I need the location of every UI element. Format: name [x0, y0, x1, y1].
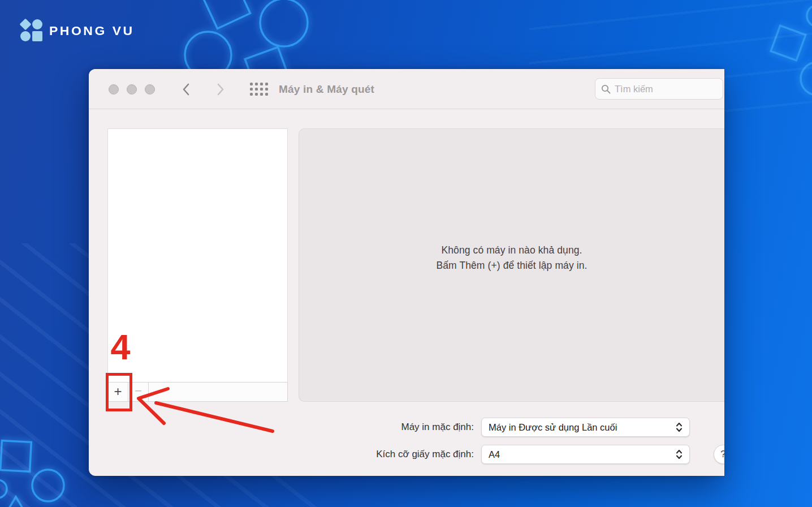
search-icon	[601, 84, 611, 94]
brand-name: PHONG VU	[49, 23, 135, 38]
deco-triangle-icon	[1, 497, 31, 507]
chevron-left-icon	[182, 83, 189, 96]
deco-circle-icon	[807, 5, 812, 27]
deco-circle-icon	[801, 62, 812, 95]
logo-square-shape	[32, 31, 42, 41]
stepper-icon	[676, 422, 683, 432]
close-window-button[interactable]	[109, 84, 119, 94]
deco-circle-icon	[260, 0, 308, 46]
phongvu-logo: PHONG VU	[20, 19, 135, 42]
question-mark-icon: ?	[720, 449, 724, 460]
default-printer-value: Máy in Được sử dụng Lần cuối	[489, 422, 676, 433]
default-printer-label: Máy in mặc định:	[89, 422, 474, 433]
paper-size-dropdown[interactable]: A4	[481, 445, 690, 464]
zoom-window-button[interactable]	[145, 84, 155, 94]
no-printer-message: Không có máy in nào khả dụng. Bấm Thêm (…	[436, 243, 587, 273]
stepper-icon	[676, 449, 683, 459]
printer-list[interactable]	[107, 128, 288, 382]
logo-diamond-shape	[20, 19, 32, 31]
no-printer-message-line1: Không có máy in nào khả dụng.	[436, 243, 587, 258]
logo-circle-shape	[20, 31, 31, 41]
remove-printer-button[interactable]: −	[128, 383, 149, 401]
logo-circle-shape	[32, 19, 42, 29]
deco-circle-icon	[32, 470, 64, 501]
deco-circle-icon	[0, 480, 7, 498]
deco-square-icon	[1, 441, 32, 472]
default-printer-dropdown[interactable]: Máy in Được sử dụng Lần cuối	[481, 418, 690, 437]
plus-icon: +	[114, 385, 122, 398]
minus-icon: −	[135, 385, 142, 397]
phongvu-logo-icon	[20, 19, 44, 42]
minimize-window-button[interactable]	[127, 84, 137, 94]
forward-button[interactable]	[213, 69, 228, 109]
printer-list-toolbar: + −	[107, 382, 288, 402]
printer-detail-panel: Không có máy in nào khả dụng. Bấm Thêm (…	[299, 128, 724, 402]
add-printer-button[interactable]: +	[108, 383, 128, 401]
traffic-lights	[109, 69, 155, 109]
window-titlebar: Máy in & Máy quét	[89, 69, 724, 109]
paper-size-label: Kích cỡ giấy mặc định:	[89, 449, 474, 460]
printers-scanners-window: Máy in & Máy quét + − Không có máy in nà…	[89, 69, 724, 476]
paper-size-value: A4	[489, 449, 676, 460]
back-button[interactable]	[178, 69, 193, 109]
help-button[interactable]: ?	[714, 445, 724, 464]
search-field[interactable]	[595, 78, 723, 100]
search-input[interactable]	[615, 84, 699, 94]
show-all-preferences-button[interactable]	[249, 80, 268, 98]
no-printer-message-line2: Bấm Thêm (+) để thiết lập máy in.	[436, 258, 587, 273]
window-title: Máy in & Máy quét	[279, 69, 374, 109]
chevron-right-icon	[217, 83, 224, 96]
deco-square-icon	[771, 25, 806, 61]
deco-square-icon	[202, 0, 250, 29]
